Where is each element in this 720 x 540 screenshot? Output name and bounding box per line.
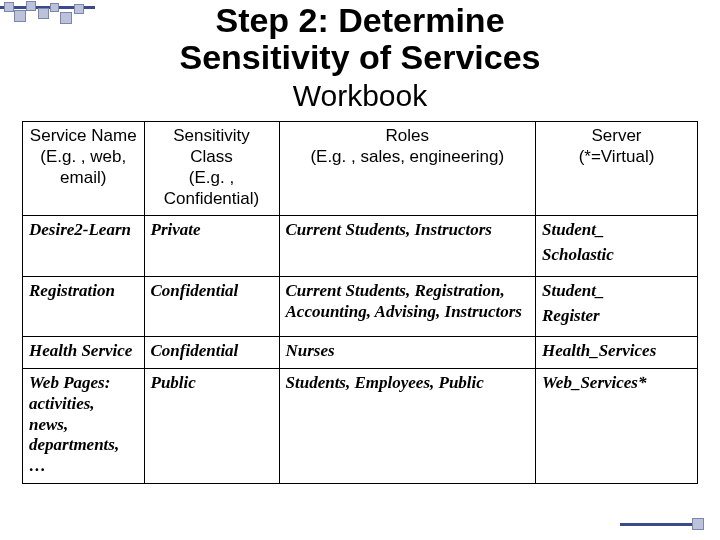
cell-service-name: Registration: [23, 276, 145, 336]
table-row: Web Pages: activities, news, departments…: [23, 369, 698, 484]
cell-server: Student_ Register: [536, 276, 698, 336]
cell-service-name: Web Pages: activities, news, departments…: [23, 369, 145, 484]
table-row: Health Service Confidential Nurses Healt…: [23, 337, 698, 369]
col-sensitivity: Sensitivity Class (E.g. , Confidential): [144, 122, 279, 216]
cell-roles: Students, Employees, Public: [279, 369, 536, 484]
header-text: Roles: [386, 126, 429, 145]
title-line-2: Sensitivity of Services: [180, 38, 541, 76]
header-text: Service Name: [30, 126, 137, 145]
header-hint: (*=Virtual): [579, 147, 655, 166]
col-service-name: Service Name (E.g. , web, email): [23, 122, 145, 216]
header-hint: (E.g. , web, email): [40, 147, 126, 187]
cell-sensitivity: Confidential: [144, 337, 279, 369]
cell-sensitivity: Private: [144, 216, 279, 276]
cell-server: Web_Services*: [536, 369, 698, 484]
table-header-row: Service Name (E.g. , web, email) Sensiti…: [23, 122, 698, 216]
cell-roles: Nurses: [279, 337, 536, 369]
server-line: Register: [542, 306, 691, 327]
cell-sensitivity: Confidential: [144, 276, 279, 336]
slide-title: Step 2: Determine Sensitivity of Service…: [22, 0, 698, 75]
table-row: Desire2-Learn Private Current Students, …: [23, 216, 698, 276]
cell-server: Health_Services: [536, 337, 698, 369]
col-roles: Roles (E.g. , sales, engineering): [279, 122, 536, 216]
decorative-footer: [620, 516, 710, 534]
cell-server: Student_ Scholastic: [536, 216, 698, 276]
slide-subtitle: Workbook: [22, 79, 698, 113]
header-hint: (E.g. , Confidential): [164, 168, 259, 208]
cell-roles: Current Students, Instructors: [279, 216, 536, 276]
header-text: Server: [591, 126, 641, 145]
col-server: Server (*=Virtual): [536, 122, 698, 216]
cell-service-name: Desire2-Learn: [23, 216, 145, 276]
server-line: Scholastic: [542, 245, 691, 266]
cell-sensitivity: Public: [144, 369, 279, 484]
slide-content: Step 2: Determine Sensitivity of Service…: [0, 0, 720, 502]
table-row: Registration Confidential Current Studen…: [23, 276, 698, 336]
cell-service-name: Health Service: [23, 337, 145, 369]
services-table: Service Name (E.g. , web, email) Sensiti…: [22, 121, 698, 483]
server-line: Student_: [542, 220, 691, 241]
header-hint: (E.g. , sales, engineering): [310, 147, 504, 166]
header-text: Sensitivity Class: [173, 126, 250, 166]
server-line: Student_: [542, 281, 691, 302]
cell-roles: Current Students, Registration, Accounti…: [279, 276, 536, 336]
title-line-1: Step 2: Determine: [215, 1, 504, 39]
decorative-header-squares: [0, 0, 100, 30]
